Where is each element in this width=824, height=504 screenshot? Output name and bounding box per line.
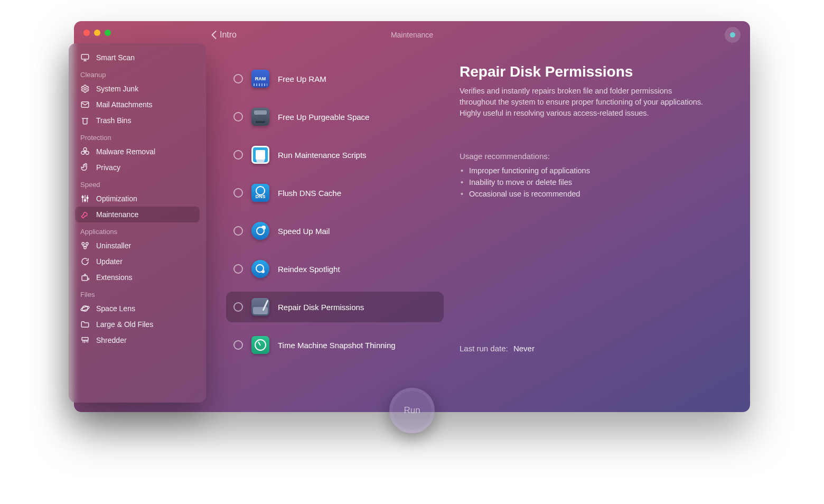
task-label: Time Machine Snapshot Thinning (278, 341, 396, 350)
trash-icon (80, 116, 90, 125)
sidebar-item-label: Space Lens (96, 304, 135, 313)
app-window: Intro Maintenance Smart Scan CleanupSyst… (74, 21, 750, 412)
sidebar-item-label: Uninstaller (96, 241, 131, 250)
page-title: Maintenance (391, 31, 433, 39)
chevron-left-icon (211, 31, 217, 39)
uninstall-icon (80, 241, 90, 250)
folder-icon (80, 320, 90, 329)
sidebar-item-label: Mail Attachments (96, 100, 153, 109)
sidebar-item-uninstaller[interactable]: Uninstaller (75, 238, 200, 254)
detail-panel: Repair Disk Permissions Verifies and ins… (449, 58, 750, 412)
task-radio[interactable] (233, 150, 243, 160)
sidebar-item-label: Maintenance (96, 210, 138, 219)
sidebar-item-maintenance[interactable]: Maintenance (75, 207, 200, 222)
task-free-up-purgeable-space[interactable]: Free Up Purgeable Space (226, 101, 444, 132)
account-button[interactable] (725, 27, 741, 43)
task-run-maintenance-scripts[interactable]: Run Maintenance Scripts (226, 139, 444, 170)
task-icon: DNS (251, 184, 269, 202)
sidebar-item-space-lens[interactable]: Space Lens (75, 301, 200, 316)
sidebar-item-large-old-files[interactable]: Large & Old Files (75, 316, 200, 332)
svg-point-5 (81, 151, 85, 154)
svg-point-11 (86, 242, 89, 245)
sidebar-item-label: Privacy (96, 163, 120, 172)
svg-point-7 (82, 197, 83, 198)
task-icon (251, 222, 269, 240)
task-icon (251, 298, 269, 316)
close-window-button[interactable] (83, 30, 90, 36)
account-avatar-icon (730, 32, 735, 38)
sidebar-item-mail-attachments[interactable]: Mail Attachments (75, 97, 200, 113)
maximize-window-button[interactable] (105, 30, 111, 36)
minimize-window-button[interactable] (94, 30, 100, 36)
task-icon (251, 260, 269, 278)
task-radio[interactable] (233, 226, 243, 236)
usage-heading: Usage recommendations: (460, 152, 724, 161)
svg-rect-16 (82, 338, 88, 340)
task-radio[interactable] (233, 264, 243, 274)
task-free-up-ram[interactable]: RAMFree Up RAM (226, 63, 444, 94)
sliders-icon (80, 194, 90, 203)
last-run: Last run date: Never (460, 344, 535, 353)
task-radio[interactable] (233, 188, 243, 198)
back-button[interactable]: Intro (211, 30, 237, 40)
svg-point-4 (83, 148, 87, 151)
main-content: RAMFree Up RAMFree Up Purgeable SpaceRun… (217, 58, 750, 412)
svg-rect-13 (82, 276, 88, 281)
task-radio[interactable] (233, 302, 243, 312)
task-radio[interactable] (233, 340, 243, 350)
detail-description: Verifies and instantly repairs broken fi… (460, 86, 708, 119)
task-label: Run Maintenance Scripts (278, 151, 367, 160)
task-speed-up-mail[interactable]: Speed Up Mail (226, 216, 444, 246)
sidebar-item-smart-scan[interactable]: Smart Scan (75, 50, 200, 66)
mail-icon (80, 100, 90, 109)
task-repair-disk-permissions[interactable]: Repair Disk Permissions (226, 292, 444, 322)
sidebar-item-privacy[interactable]: Privacy (75, 160, 200, 175)
svg-point-9 (87, 197, 88, 199)
sidebar-section-title: Applications (75, 222, 200, 238)
sidebar-item-shredder[interactable]: Shredder (75, 332, 200, 348)
sidebar-item-label: Extensions (96, 273, 132, 282)
sidebar-section-title: Cleanup (75, 66, 200, 81)
svg-point-10 (82, 242, 85, 245)
sidebar-item-optimization[interactable]: Optimization (75, 191, 200, 207)
task-icon: RAM (251, 70, 269, 88)
sidebar-item-extensions[interactable]: Extensions (75, 269, 200, 285)
sidebar-item-label: Malware Removal (96, 147, 155, 156)
task-label: Free Up RAM (278, 74, 326, 83)
sidebar-item-updater[interactable]: Updater (75, 254, 200, 269)
run-button[interactable]: Run (389, 388, 435, 433)
sidebar-item-label: Smart Scan (96, 53, 135, 62)
gear-icon (80, 84, 90, 94)
sidebar-section-title: Files (75, 285, 200, 301)
task-time-machine-snapshot-thinning[interactable]: Time Machine Snapshot Thinning (226, 330, 444, 360)
refresh-icon (80, 257, 90, 266)
sidebar-section-title: Speed (75, 175, 200, 191)
sidebar-item-label: Updater (96, 257, 123, 266)
run-button-label: Run (404, 405, 420, 416)
sidebar-item-label: System Junk (96, 85, 138, 93)
back-label: Intro (220, 30, 237, 40)
task-label: Reindex Spotlight (278, 265, 340, 274)
sidebar: Smart Scan CleanupSystem JunkMail Attach… (69, 43, 206, 403)
biohazard-icon (80, 147, 90, 156)
task-icon (251, 336, 269, 354)
sidebar-item-trash-bins[interactable]: Trash Bins (75, 113, 200, 128)
task-label: Speed Up Mail (278, 227, 330, 236)
task-flush-dns-cache[interactable]: DNSFlush DNS Cache (226, 178, 444, 208)
sidebar-item-label: Trash Bins (96, 116, 131, 125)
usage-list: Improper functioning of applicationsInab… (460, 165, 724, 200)
usage-item: Inability to move or delete files (460, 176, 724, 188)
sidebar-item-malware-removal[interactable]: Malware Removal (75, 144, 200, 160)
svg-point-15 (80, 305, 90, 311)
sidebar-item-label: Optimization (96, 194, 137, 203)
svg-point-1 (84, 88, 87, 90)
hand-icon (80, 163, 90, 172)
sidebar-item-system-junk[interactable]: System Junk (75, 81, 200, 97)
task-reindex-spotlight[interactable]: Reindex Spotlight (226, 254, 444, 284)
usage-item: Improper functioning of applications (460, 165, 724, 176)
task-radio[interactable] (233, 74, 243, 83)
monitor-icon (80, 53, 90, 62)
task-radio[interactable] (233, 112, 243, 122)
shredder-icon (80, 335, 90, 345)
task-label: Flush DNS Cache (278, 189, 341, 198)
